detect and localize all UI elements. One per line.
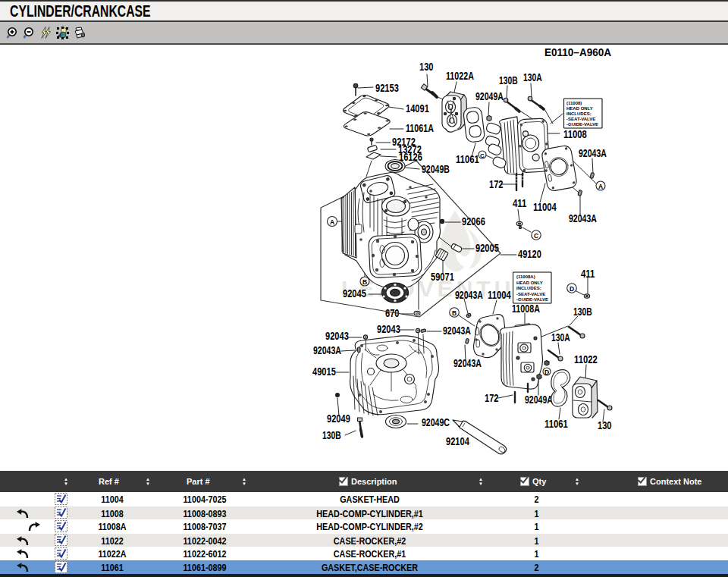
svg-text:92043A: 92043A [455,289,483,301]
svg-text:11061A: 11061A [406,122,434,134]
svg-text:11022: 11022 [574,353,598,365]
svg-text:92043: 92043 [325,330,349,342]
svg-text:59071: 59071 [431,271,454,283]
svg-text:49120: 49120 [518,248,541,260]
svg-text:411: 411 [513,197,527,209]
svg-text:130A: 130A [551,331,570,343]
svg-text:92043A: 92043A [313,344,341,356]
svg-text:411: 411 [581,268,595,280]
svg-text:130B: 130B [499,74,518,86]
svg-text:HEAD ONLY: HEAD ONLY [516,281,543,285]
svg-text:B: B [362,278,367,286]
svg-text:11061: 11061 [456,153,479,165]
svg-text:172: 172 [489,178,504,190]
svg-text:130A: 130A [523,71,542,83]
svg-text:49015: 49015 [312,365,336,378]
svg-text:11061: 11061 [544,418,568,430]
svg-text:92049C: 92049C [422,416,450,428]
svg-text:C: C [534,232,538,240]
svg-text:130: 130 [419,61,434,73]
svg-text:130B: 130B [322,429,341,441]
svg-text:E0110–A960A: E0110–A960A [544,45,611,58]
svg-text:92043A: 92043A [443,325,471,337]
svg-text:130B: 130B [573,306,592,318]
svg-text:(11008): (11008) [566,101,582,105]
svg-text:92049A: 92049A [475,90,504,102]
svg-text:11004: 11004 [488,289,511,301]
svg-text:-GUIDE-VALVE: -GUIDE-VALVE [516,297,548,302]
svg-text:C: C [480,152,485,159]
svg-text:14091: 14091 [406,102,429,114]
svg-text:11008: 11008 [563,128,587,140]
svg-text:92043A: 92043A [569,212,597,224]
svg-text:HEAD ONLY: HEAD ONLY [566,106,593,111]
svg-text:B: B [452,309,457,317]
svg-text:-GUIDE-VALVE: -GUIDE-VALVE [566,122,598,127]
svg-text:92104: 92104 [446,435,469,447]
svg-text:92043A: 92043A [453,357,482,369]
svg-text:130: 130 [598,419,612,431]
svg-text:172: 172 [485,392,499,404]
svg-text:D: D [570,285,574,293]
svg-text:INCLUDES;: INCLUDES; [516,286,541,290]
svg-text:11008A: 11008A [512,303,540,315]
svg-text:11022A: 11022A [446,70,474,82]
svg-text:92049A: 92049A [525,394,553,406]
svg-text:92153: 92153 [375,82,399,94]
svg-text:A: A [598,183,603,190]
svg-text:-SEAT-VALVE: -SEAT-VALVE [566,117,595,121]
svg-text:92043: 92043 [377,323,400,335]
svg-text:92043A: 92043A [579,147,607,159]
svg-text:A: A [330,218,334,226]
svg-text:INCLUDES;: INCLUDES; [566,111,592,116]
svg-text:92066: 92066 [462,215,485,227]
svg-text:11004: 11004 [533,201,557,213]
svg-text:D: D [544,368,549,376]
svg-text:92045: 92045 [343,287,366,299]
svg-text:-SEAT-VALVE: -SEAT-VALVE [516,292,545,296]
svg-text:(11008A): (11008A) [516,274,535,279]
svg-text:92049: 92049 [327,412,350,425]
svg-text:92049B: 92049B [422,163,450,175]
